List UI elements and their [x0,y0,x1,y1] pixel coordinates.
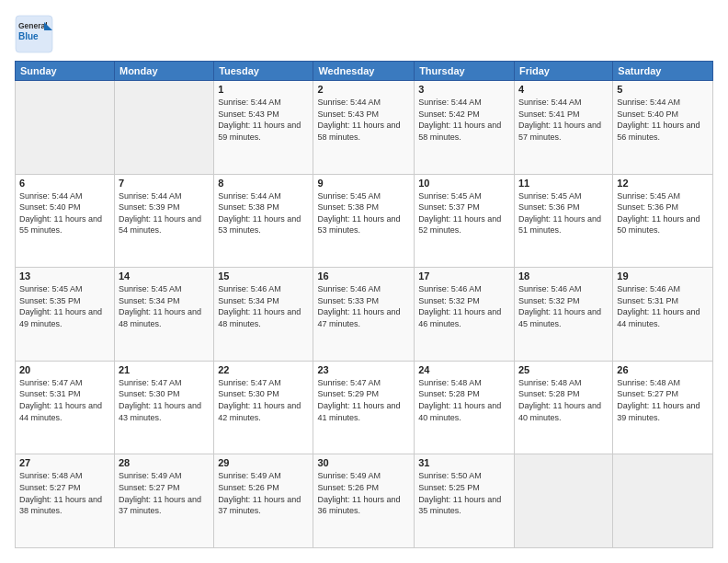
calendar-cell: 29Sunrise: 5:49 AM Sunset: 5:26 PM Dayli… [214,454,313,548]
day-number: 14 [119,270,210,282]
day-number: 15 [218,270,309,282]
weekday-header: Tuesday [214,62,313,81]
day-info: Sunrise: 5:44 AM Sunset: 5:42 PM Dayligh… [418,97,510,143]
day-number: 26 [617,364,709,375]
weekday-header: Friday [514,62,612,81]
day-number: 25 [518,364,609,375]
calendar-cell: 20Sunrise: 5:47 AM Sunset: 5:31 PM Dayli… [16,361,115,454]
day-number: 29 [218,457,309,468]
day-info: Sunrise: 5:48 AM Sunset: 5:27 PM Dayligh… [617,377,709,423]
calendar-cell: 10Sunrise: 5:45 AM Sunset: 5:37 PM Dayli… [415,174,515,268]
day-number: 28 [119,457,210,468]
calendar-cell: 23Sunrise: 5:47 AM Sunset: 5:29 PM Dayli… [313,361,415,454]
calendar-week-row: 27Sunrise: 5:48 AM Sunset: 5:27 PM Dayli… [16,454,713,548]
calendar-week-row: 20Sunrise: 5:47 AM Sunset: 5:31 PM Dayli… [16,361,713,454]
day-info: Sunrise: 5:44 AM Sunset: 5:43 PM Dayligh… [218,97,309,143]
calendar-cell: 16Sunrise: 5:46 AM Sunset: 5:33 PM Dayli… [313,268,415,362]
day-info: Sunrise: 5:45 AM Sunset: 5:36 PM Dayligh… [617,190,709,236]
day-info: Sunrise: 5:44 AM Sunset: 5:40 PM Dayligh… [617,97,709,143]
calendar-cell [16,81,115,175]
day-info: Sunrise: 5:49 AM Sunset: 5:26 PM Dayligh… [317,470,410,516]
day-number: 27 [19,457,110,468]
day-number: 4 [518,84,609,95]
day-info: Sunrise: 5:45 AM Sunset: 5:35 PM Dayligh… [19,283,110,329]
calendar-week-row: 1Sunrise: 5:44 AM Sunset: 5:43 PM Daylig… [16,81,713,175]
calendar-cell: 11Sunrise: 5:45 AM Sunset: 5:36 PM Dayli… [514,174,612,268]
calendar-cell: 18Sunrise: 5:46 AM Sunset: 5:32 PM Dayli… [514,268,612,362]
day-info: Sunrise: 5:49 AM Sunset: 5:26 PM Dayligh… [218,470,309,516]
calendar-cell: 17Sunrise: 5:46 AM Sunset: 5:32 PM Dayli… [415,268,515,362]
day-number: 2 [317,84,410,95]
day-number: 23 [317,364,410,375]
day-info: Sunrise: 5:47 AM Sunset: 5:30 PM Dayligh… [119,377,210,423]
logo: General Blue [15,15,53,53]
calendar-cell: 5Sunrise: 5:44 AM Sunset: 5:40 PM Daylig… [613,81,713,175]
calendar-cell: 31Sunrise: 5:50 AM Sunset: 5:25 PM Dayli… [415,454,515,548]
calendar-cell: 2Sunrise: 5:44 AM Sunset: 5:43 PM Daylig… [313,81,415,175]
day-number: 10 [418,178,510,189]
day-number: 20 [19,364,110,375]
day-number: 31 [418,457,510,468]
day-info: Sunrise: 5:44 AM Sunset: 5:41 PM Dayligh… [518,97,609,143]
day-info: Sunrise: 5:50 AM Sunset: 5:25 PM Dayligh… [418,470,510,516]
day-info: Sunrise: 5:46 AM Sunset: 5:34 PM Dayligh… [218,283,309,329]
day-info: Sunrise: 5:47 AM Sunset: 5:31 PM Dayligh… [19,377,110,423]
day-info: Sunrise: 5:46 AM Sunset: 5:32 PM Dayligh… [518,283,609,329]
header: General Blue [15,15,713,53]
day-number: 8 [218,178,309,189]
calendar-cell: 30Sunrise: 5:49 AM Sunset: 5:26 PM Dayli… [313,454,415,548]
day-number: 7 [119,178,210,189]
calendar-cell: 26Sunrise: 5:48 AM Sunset: 5:27 PM Dayli… [613,361,713,454]
day-info: Sunrise: 5:48 AM Sunset: 5:27 PM Dayligh… [19,470,110,516]
day-info: Sunrise: 5:46 AM Sunset: 5:32 PM Dayligh… [418,283,510,329]
calendar-cell: 3Sunrise: 5:44 AM Sunset: 5:42 PM Daylig… [415,81,515,175]
weekday-header: Thursday [415,62,515,81]
day-number: 18 [518,270,609,282]
calendar-cell: 28Sunrise: 5:49 AM Sunset: 5:27 PM Dayli… [114,454,213,548]
day-info: Sunrise: 5:46 AM Sunset: 5:33 PM Dayligh… [317,283,410,329]
weekday-header: Wednesday [313,62,415,81]
day-info: Sunrise: 5:45 AM Sunset: 5:36 PM Dayligh… [518,190,609,236]
calendar-cell: 7Sunrise: 5:44 AM Sunset: 5:39 PM Daylig… [114,174,213,268]
day-info: Sunrise: 5:45 AM Sunset: 5:37 PM Dayligh… [418,190,510,236]
day-info: Sunrise: 5:47 AM Sunset: 5:30 PM Dayligh… [218,377,309,423]
calendar-cell: 14Sunrise: 5:45 AM Sunset: 5:34 PM Dayli… [114,268,213,362]
day-number: 17 [418,270,510,282]
calendar-cell [114,81,213,175]
day-number: 21 [119,364,210,375]
calendar-cell: 27Sunrise: 5:48 AM Sunset: 5:27 PM Dayli… [16,454,115,548]
day-info: Sunrise: 5:48 AM Sunset: 5:28 PM Dayligh… [518,377,609,423]
day-info: Sunrise: 5:48 AM Sunset: 5:28 PM Dayligh… [418,377,510,423]
day-number: 12 [617,178,709,189]
calendar-cell [514,454,612,548]
logo-svg: General Blue [15,15,53,53]
calendar-cell: 15Sunrise: 5:46 AM Sunset: 5:34 PM Dayli… [214,268,313,362]
day-number: 6 [19,178,110,189]
day-number: 19 [617,270,709,282]
calendar-cell: 1Sunrise: 5:44 AM Sunset: 5:43 PM Daylig… [214,81,313,175]
calendar-cell: 8Sunrise: 5:44 AM Sunset: 5:38 PM Daylig… [214,174,313,268]
day-info: Sunrise: 5:44 AM Sunset: 5:40 PM Dayligh… [19,190,110,236]
calendar-cell: 22Sunrise: 5:47 AM Sunset: 5:30 PM Dayli… [214,361,313,454]
calendar-week-row: 6Sunrise: 5:44 AM Sunset: 5:40 PM Daylig… [16,174,713,268]
calendar-cell: 6Sunrise: 5:44 AM Sunset: 5:40 PM Daylig… [16,174,115,268]
page: General Blue SundayMondayTuesdayWednesda… [0,0,728,563]
weekday-header: Saturday [613,62,713,81]
calendar-table: SundayMondayTuesdayWednesdayThursdayFrid… [15,61,713,548]
calendar-cell [613,454,713,548]
weekday-header: Monday [114,62,213,81]
day-number: 13 [19,270,110,282]
calendar-cell: 12Sunrise: 5:45 AM Sunset: 5:36 PM Dayli… [613,174,713,268]
calendar-cell: 4Sunrise: 5:44 AM Sunset: 5:41 PM Daylig… [514,81,612,175]
weekday-header: Sunday [16,62,115,81]
day-info: Sunrise: 5:47 AM Sunset: 5:29 PM Dayligh… [317,377,410,423]
day-info: Sunrise: 5:46 AM Sunset: 5:31 PM Dayligh… [617,283,709,329]
day-number: 11 [518,178,609,189]
day-number: 3 [418,84,510,95]
day-number: 9 [317,178,410,189]
day-info: Sunrise: 5:44 AM Sunset: 5:38 PM Dayligh… [218,190,309,236]
calendar-cell: 13Sunrise: 5:45 AM Sunset: 5:35 PM Dayli… [16,268,115,362]
day-number: 1 [218,84,309,95]
day-info: Sunrise: 5:44 AM Sunset: 5:43 PM Dayligh… [317,97,410,143]
day-number: 22 [218,364,309,375]
